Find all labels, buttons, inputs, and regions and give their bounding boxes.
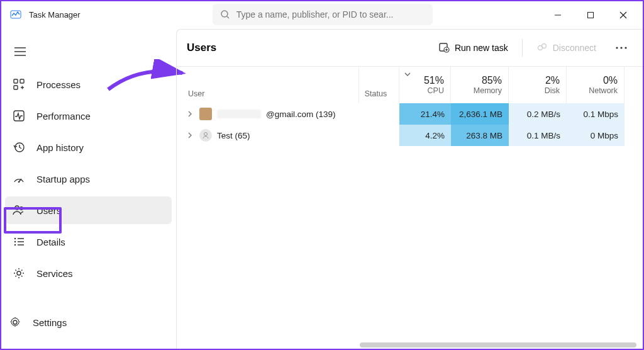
grid-icon [11,77,26,92]
hamburger-button[interactable] [8,39,33,64]
run-new-task-button[interactable]: Run new task [432,38,514,59]
svg-point-28 [13,320,17,324]
users-icon [11,203,26,218]
column-header-user[interactable]: User [177,67,359,103]
column-header-status[interactable]: Status [359,67,399,103]
svg-point-37 [625,47,626,48]
svg-point-23 [14,244,16,246]
svg-point-18 [18,181,20,183]
svg-point-21 [14,238,16,239]
svg-point-22 [14,241,16,242]
expand-icon[interactable] [186,131,194,140]
user-label: Test (65) [217,131,250,140]
search-input[interactable] [236,9,425,20]
search-box[interactable] [213,4,433,25]
table-row[interactable]: @gmail.com (139) 21.4% 2,636.1 MB 0.2 MB… [177,103,643,125]
expand-icon[interactable] [186,110,194,118]
disconnect-button: Disconnect [530,38,602,59]
cell-memory: 2,636.1 MB [451,103,509,125]
svg-rect-11 [20,79,24,83]
gear-icon [11,266,26,281]
sidebar-item-services[interactable]: Services [5,259,172,287]
list-icon [11,234,26,249]
svg-point-27 [17,271,21,275]
table-row[interactable]: Test (65) 4.2% 263.8 MB 0.1 MB/s 0 Mbps [177,125,643,146]
svg-point-20 [20,207,23,210]
cell-cpu: 4.2% [399,125,451,146]
sidebar-item-label: Details [36,237,65,247]
column-header-network[interactable]: 0% Network [567,67,625,103]
title-bar: Task Manager [1,1,643,28]
sidebar: Processes Performance App history Startu… [1,28,176,349]
cell-disk: 0.1 MB/s [509,125,567,146]
gauge-icon [11,171,26,186]
table-header: User Status 51% CPU 85% Memory 2% [177,67,643,103]
svg-point-35 [616,47,618,48]
sidebar-item-label: App history [36,142,84,153]
horizontal-scrollbar[interactable] [360,342,636,347]
settings-icon [8,315,23,330]
sidebar-item-label: Startup apps [36,174,90,184]
column-header-cpu[interactable]: 51% CPU [399,67,451,103]
redacted-username [217,110,261,118]
sidebar-item-app-history[interactable]: App history [5,133,172,161]
svg-rect-12 [14,86,18,89]
close-button[interactable] [614,8,633,23]
sidebar-item-label: Services [36,268,73,279]
svg-point-1 [221,11,228,17]
sidebar-item-label: Processes [36,79,80,90]
app-title: Task Manager [29,10,80,20]
sidebar-item-startup-apps[interactable]: Startup apps [5,165,172,193]
sidebar-item-processes[interactable]: Processes [5,71,172,98]
sidebar-item-settings[interactable]: Settings [1,308,175,336]
maximize-button[interactable] [581,8,600,23]
svg-point-36 [620,47,622,48]
sidebar-item-users[interactable]: Users [5,196,172,224]
users-table: User Status 51% CPU 85% Memory 2% [177,66,643,146]
sidebar-item-label: Settings [33,317,67,328]
page-title: Users [187,42,216,54]
avatar [199,129,212,142]
column-header-disk[interactable]: 2% Disk [509,67,567,103]
svg-point-34 [541,43,546,48]
user-label: @gmail.com (139) [266,110,336,119]
content-area: Users Run new task Disconnect [176,28,643,349]
avatar [199,108,212,120]
chevron-down-icon [404,71,411,79]
sidebar-item-label: Performance [36,111,91,121]
cell-network: 0.1 Mbps [567,103,625,125]
task-manager-window: Task Manager Processes [0,0,644,350]
run-task-icon [438,42,450,55]
run-new-task-label: Run new task [455,43,508,53]
cell-cpu: 21.4% [399,103,451,125]
more-options-button[interactable] [610,37,633,59]
sidebar-item-label: Users [36,205,61,216]
cell-memory: 263.8 MB [451,125,509,146]
cell-disk: 0.2 MB/s [509,103,567,125]
window-controls [542,4,639,26]
svg-rect-10 [14,79,18,83]
separator [522,39,523,57]
column-header-memory[interactable]: 85% Memory [451,67,509,103]
svg-line-2 [227,16,229,18]
svg-point-38 [204,133,208,136]
svg-point-19 [15,206,19,210]
search-icon [220,9,230,20]
minimize-button[interactable] [548,8,567,23]
app-icon [10,9,21,20]
page-header: Users Run new task Disconnect [177,30,643,66]
sidebar-item-performance[interactable]: Performance [5,102,172,130]
history-icon [11,140,26,155]
disconnect-icon [536,42,548,55]
cell-network: 0 Mbps [567,125,625,146]
sidebar-item-details[interactable]: Details [5,228,172,256]
svg-rect-4 [588,13,594,18]
disconnect-label: Disconnect [553,43,596,53]
activity-icon [11,108,26,123]
